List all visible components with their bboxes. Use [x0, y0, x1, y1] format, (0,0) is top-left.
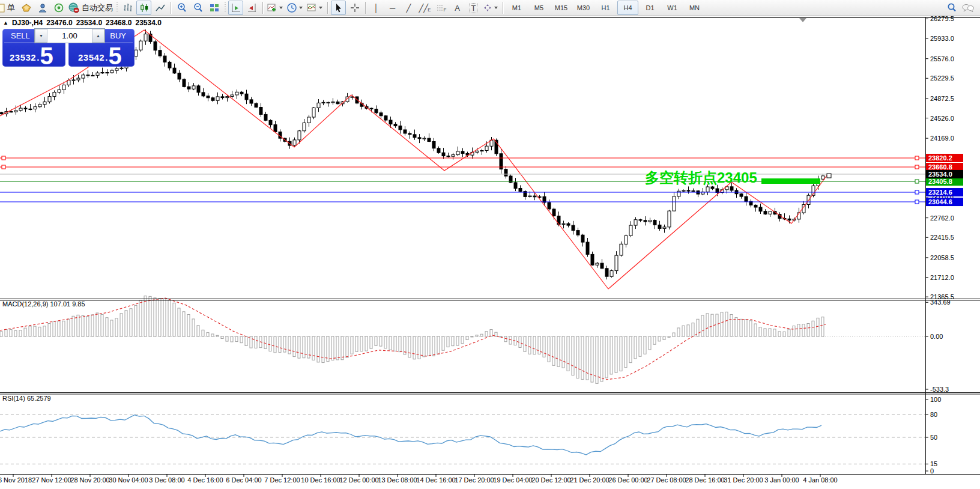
one-click-trading-panel: SELL 23532.5 BUY 23542.5 ▼ 1.00 ▲: [2, 28, 136, 68]
search-button[interactable]: [944, 1, 959, 15]
svg-text:21 Dec 20:00: 21 Dec 20:00: [570, 476, 609, 484]
timeframe-H1[interactable]: H1: [595, 1, 616, 15]
timeframe-M30[interactable]: M30: [573, 1, 594, 15]
chart-symbol-line: ▲ DJ30-,H4 23476.0 23534.0 23468.0 23534…: [3, 19, 162, 27]
periods-dropdown-arrow[interactable]: [299, 7, 303, 9]
new-order-button[interactable]: 单: [0, 1, 17, 15]
svg-text:15: 15: [930, 460, 937, 467]
ohlc-low: 23468.0: [106, 19, 132, 27]
fibonacci-tool[interactable]: F: [434, 1, 449, 15]
svg-text:-533.3: -533.3: [930, 386, 949, 393]
community-button[interactable]: [51, 1, 66, 15]
metaeditor-button[interactable]: [35, 1, 50, 15]
tile-windows-button[interactable]: [207, 1, 222, 15]
svg-text:23534.0: 23534.0: [928, 171, 952, 178]
svg-text:6 Dec 04:00: 6 Dec 04:00: [226, 476, 261, 484]
toolbar-separator: [327, 2, 328, 14]
svg-text:23820.2: 23820.2: [928, 154, 952, 162]
fibonacci-icon: [436, 4, 444, 12]
svg-text:25933.0: 25933.0: [930, 35, 954, 42]
person-icon: [37, 2, 48, 13]
autotrading-globe-icon: [68, 2, 80, 13]
arrows-dropdown-arrow[interactable]: [494, 7, 498, 9]
svg-text:10 Dec 16:00: 10 Dec 16:00: [301, 476, 340, 484]
collapse-panel-icon[interactable]: ▲: [3, 20, 8, 26]
volume-input[interactable]: 1.00: [47, 29, 92, 43]
svg-text:27 Nov 12:00: 27 Nov 12:00: [32, 476, 71, 484]
templates-dropdown-arrow[interactable]: [319, 7, 322, 9]
line-chart-icon: [155, 2, 166, 13]
svg-text:28 Nov 20:00: 28 Nov 20:00: [70, 476, 109, 484]
timeframe-D1[interactable]: D1: [640, 1, 661, 15]
clock-icon: [286, 2, 297, 13]
svg-text:3 Dec 08:00: 3 Dec 08:00: [149, 476, 184, 484]
horizontal-line-tool[interactable]: ─: [385, 1, 400, 15]
svg-text:22058.5: 22058.5: [930, 254, 954, 261]
svg-text:28 Dec 16:00: 28 Dec 16:00: [685, 476, 724, 484]
text-label-tool[interactable]: T: [466, 1, 481, 15]
svg-text:23660.8: 23660.8: [928, 163, 952, 171]
community-icon: [53, 2, 64, 13]
annotation-turning-point[interactable]: 多空转折点23405: [645, 168, 757, 187]
svg-text:27 Dec 08:00: 27 Dec 08:00: [647, 476, 686, 484]
zoom-out-button[interactable]: [190, 1, 205, 15]
svg-text:23044.6: 23044.6: [928, 198, 952, 205]
text-tool[interactable]: A: [450, 1, 465, 15]
auto-scroll-button[interactable]: [228, 1, 243, 15]
sell-price: 23532.5: [10, 46, 53, 66]
volume-increase-button[interactable]: ▲: [92, 29, 104, 43]
toolbar-separator: [365, 2, 366, 14]
svg-text:25229.5: 25229.5: [930, 74, 954, 82]
zoom-out-icon: [193, 2, 204, 13]
svg-text:3 Jan 00:00: 3 Jan 00:00: [764, 476, 799, 484]
volume-decrease-button[interactable]: ▼: [35, 29, 47, 43]
templates-button[interactable]: [306, 1, 324, 15]
line-chart-mode-button[interactable]: [153, 1, 168, 15]
svg-text:13 Dec 08:00: 13 Dec 08:00: [378, 476, 417, 484]
toolbar-grip: [224, 2, 226, 13]
green-highlight-bar[interactable]: [761, 178, 820, 184]
autotrading-button[interactable]: 自动交易: [67, 1, 113, 15]
bar-chart-mode-button[interactable]: [120, 1, 135, 15]
svg-text:22415.5: 22415.5: [930, 234, 954, 241]
periods-button[interactable]: [286, 1, 304, 15]
timeframe-H4[interactable]: H4: [617, 1, 638, 15]
svg-text:4 Dec 16:00: 4 Dec 16:00: [187, 476, 223, 484]
svg-text:23405.8: 23405.8: [928, 178, 952, 185]
arrows-tool[interactable]: [482, 1, 500, 15]
zoom-in-button[interactable]: [174, 1, 189, 15]
timeframe-M1[interactable]: M1: [506, 1, 527, 15]
volume-spinner: ▼ 1.00 ▲: [34, 28, 105, 43]
vertical-line-tool[interactable]: │: [369, 1, 384, 15]
svg-text:17 Dec 20:00: 17 Dec 20:00: [455, 476, 494, 484]
svg-text:19 Dec 04:00: 19 Dec 04:00: [493, 476, 532, 484]
svg-text:25576.0: 25576.0: [930, 55, 954, 62]
svg-text:7 Dec 12:00: 7 Dec 12:00: [264, 476, 300, 484]
indicators-button[interactable]: [266, 1, 285, 15]
chart-canvas[interactable]: 26279.525933.025576.025229.524872.524526…: [0, 0, 980, 489]
timeframe-M5[interactable]: M5: [528, 1, 549, 15]
cursor-tool-button[interactable]: [331, 1, 346, 15]
svg-text:12 Dec 00:00: 12 Dec 00:00: [339, 476, 378, 484]
mt4-terminal: 单 自动交易: [0, 0, 980, 489]
toolbar-separator: [503, 2, 503, 14]
svg-text:50: 50: [930, 434, 937, 441]
trendline-tool[interactable]: ╱: [401, 1, 416, 15]
toolbar-separator: [262, 2, 263, 14]
candlestick-mode-button[interactable]: [136, 1, 151, 15]
timeframe-MN[interactable]: MN: [684, 1, 705, 15]
indicators-dropdown-arrow[interactable]: [279, 7, 283, 9]
timeframe-M15[interactable]: M15: [551, 1, 572, 15]
crosshair-tool-button[interactable]: [347, 1, 362, 15]
tile-windows-icon: [209, 2, 220, 13]
chart-shift-icon: [247, 2, 258, 13]
chart-shift-button[interactable]: [244, 1, 259, 15]
equidistant-channel-tool[interactable]: ╱╱E: [417, 1, 432, 15]
buy-price: 23542.5: [78, 46, 122, 66]
chat-button[interactable]: [960, 1, 975, 15]
gold-seal-button[interactable]: [19, 1, 34, 15]
templates-icon: [306, 2, 317, 13]
last-point-marker: [827, 174, 831, 178]
svg-text:0.00: 0.00: [930, 333, 943, 340]
timeframe-W1[interactable]: W1: [662, 1, 683, 15]
